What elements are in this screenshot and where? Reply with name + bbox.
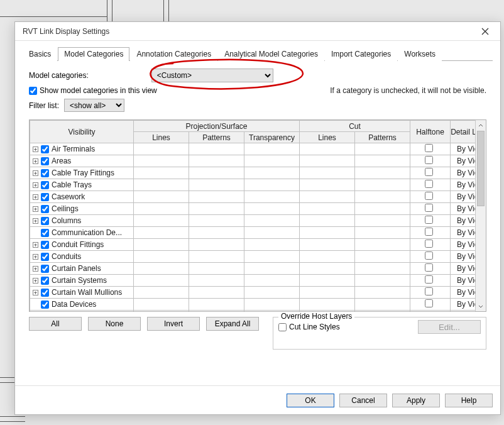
expand-icon[interactable]: +	[33, 182, 38, 188]
override-cell[interactable]	[355, 311, 410, 312]
halftone-cell[interactable]	[410, 299, 451, 311]
halftone-checkbox[interactable]	[425, 299, 433, 307]
halftone-checkbox[interactable]	[425, 156, 433, 164]
override-cell[interactable]	[300, 311, 355, 312]
override-cell[interactable]	[355, 179, 410, 191]
detail-level-cell[interactable]: By View	[451, 263, 475, 275]
override-cell[interactable]	[189, 155, 244, 167]
override-cell[interactable]	[189, 287, 244, 299]
detail-level-cell[interactable]: By View	[451, 167, 475, 179]
expand-icon[interactable]: +	[33, 290, 38, 295]
override-cell[interactable]	[189, 227, 244, 239]
table-row[interactable]: Communication De...By View	[30, 227, 476, 239]
override-cell[interactable]	[355, 251, 410, 263]
expand-icon[interactable]: +	[33, 242, 38, 248]
override-cell[interactable]	[300, 227, 355, 239]
halftone-checkbox[interactable]	[425, 144, 433, 152]
halftone-cell[interactable]	[410, 215, 451, 227]
override-cell[interactable]	[189, 179, 244, 191]
halftone-checkbox[interactable]	[425, 192, 433, 200]
expand-icon[interactable]: +	[33, 254, 38, 260]
all-button[interactable]: All	[29, 317, 82, 331]
override-cell[interactable]	[189, 143, 244, 155]
detail-level-cell[interactable]: By View	[451, 287, 475, 299]
override-cell[interactable]	[134, 179, 189, 191]
override-cell[interactable]	[355, 287, 410, 299]
override-cell[interactable]	[189, 263, 244, 275]
scroll-down-arrow[interactable]	[476, 301, 486, 311]
expand-icon[interactable]: +	[33, 206, 38, 212]
category-checkbox[interactable]	[41, 289, 49, 297]
category-checkbox[interactable]	[41, 169, 49, 177]
tab-import-categories[interactable]: Import Categories	[325, 47, 397, 61]
model-categories-dropdown[interactable]: <Custom>	[151, 69, 273, 82]
override-cell[interactable]	[355, 215, 410, 227]
halftone-cell[interactable]	[410, 239, 451, 251]
override-cell[interactable]	[189, 191, 244, 203]
category-checkbox[interactable]	[41, 145, 49, 153]
filter-list-dropdown[interactable]: <show all>	[64, 99, 124, 112]
override-cell[interactable]	[300, 179, 355, 191]
halftone-cell[interactable]	[410, 275, 451, 287]
override-cell[interactable]	[244, 311, 300, 312]
halftone-cell[interactable]	[410, 155, 451, 167]
expand-all-button[interactable]: Expand All	[206, 317, 259, 331]
override-cell[interactable]	[355, 191, 410, 203]
col-proj-lines[interactable]: Lines	[134, 132, 189, 143]
override-cell[interactable]	[244, 227, 300, 239]
col-visibility[interactable]: Visibility	[30, 121, 134, 143]
category-checkbox[interactable]	[41, 301, 49, 309]
override-cell[interactable]	[189, 299, 244, 311]
override-cell[interactable]	[244, 251, 300, 263]
detail-level-cell[interactable]: By View	[451, 251, 475, 263]
detail-level-cell[interactable]: By View	[451, 215, 475, 227]
override-cell[interactable]	[300, 299, 355, 311]
none-button[interactable]: None	[88, 317, 141, 331]
table-row[interactable]: +CaseworkBy View	[30, 191, 476, 203]
detail-level-cell[interactable]: By View	[451, 299, 475, 311]
table-row[interactable]: +Curtain Wall MullionsBy View	[30, 287, 476, 299]
override-cell[interactable]	[134, 287, 189, 299]
override-cell[interactable]	[300, 155, 355, 167]
category-checkbox[interactable]	[41, 277, 49, 285]
override-cell[interactable]	[300, 239, 355, 251]
detail-level-cell[interactable]: By View	[451, 143, 475, 155]
table-row[interactable]: +ColumnsBy View	[30, 215, 476, 227]
expand-icon[interactable]: +	[33, 194, 38, 200]
category-checkbox[interactable]	[41, 241, 49, 249]
halftone-checkbox[interactable]	[425, 287, 433, 295]
tab-annotation-categories[interactable]: Annotation Categories	[130, 47, 217, 61]
override-cell[interactable]	[134, 275, 189, 287]
category-checkbox[interactable]	[41, 265, 49, 273]
ok-button[interactable]: OK	[287, 394, 334, 407]
category-checkbox[interactable]	[41, 205, 49, 213]
override-cell[interactable]	[244, 167, 300, 179]
edit-button[interactable]: Edit...	[418, 320, 481, 334]
override-cell[interactable]	[355, 167, 410, 179]
override-cell[interactable]	[189, 251, 244, 263]
expand-icon[interactable]: +	[33, 158, 38, 164]
override-cell[interactable]	[189, 215, 244, 227]
override-cell[interactable]	[189, 239, 244, 251]
expand-icon[interactable]: +	[33, 170, 38, 176]
tab-basics[interactable]: Basics	[23, 47, 57, 61]
override-cell[interactable]	[244, 155, 300, 167]
col-detail-level[interactable]: Detail Level	[451, 121, 475, 143]
override-cell[interactable]	[134, 263, 189, 275]
override-cell[interactable]	[244, 287, 300, 299]
detail-level-cell[interactable]: By View	[451, 227, 475, 239]
halftone-checkbox[interactable]	[425, 204, 433, 212]
table-row[interactable]: +Air TerminalsBy View	[30, 143, 476, 155]
override-cell[interactable]	[244, 215, 300, 227]
category-checkbox[interactable]	[41, 157, 49, 165]
override-cell[interactable]	[300, 287, 355, 299]
halftone-checkbox[interactable]	[425, 180, 433, 188]
override-cell[interactable]	[355, 299, 410, 311]
detail-level-cell[interactable]: By View	[451, 239, 475, 251]
halftone-cell[interactable]	[410, 251, 451, 263]
col-proj-patterns[interactable]: Patterns	[189, 132, 244, 143]
table-row[interactable]: +CeilingsBy View	[30, 203, 476, 215]
invert-button[interactable]: Invert	[147, 317, 200, 331]
table-row[interactable]: +Detail ItemsBy View	[30, 311, 476, 312]
category-checkbox[interactable]	[41, 181, 49, 189]
